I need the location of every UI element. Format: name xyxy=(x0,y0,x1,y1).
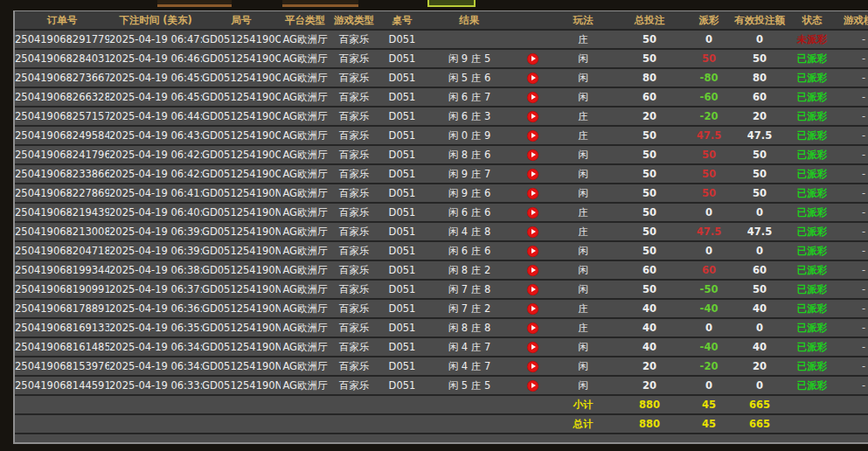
table-row: 2504190681993442025-04-19 06:38:27GD0512… xyxy=(15,261,868,281)
cell-total_bet: 50 xyxy=(615,127,684,146)
cell-game_mode: - xyxy=(838,319,868,338)
cell-valid_bet: 47.5 xyxy=(733,223,786,242)
cell-round_no: GD051254190NW xyxy=(202,242,281,261)
replay-play-icon[interactable] xyxy=(527,284,538,295)
cell-table_no: D051 xyxy=(378,31,426,50)
cell-game_type: 百家乐 xyxy=(330,50,378,69)
replay-play-icon[interactable] xyxy=(527,303,538,315)
cell-order_no: 250419068291779 xyxy=(15,31,109,50)
cell-round_no: GD051254190NQ xyxy=(202,357,281,377)
cell-game_type: 百家乐 xyxy=(330,261,378,281)
col-header-total_bet: 总投注 xyxy=(615,11,684,31)
cell-play: 闲 xyxy=(552,338,615,357)
empty-row xyxy=(15,434,868,442)
replay-play-icon[interactable] xyxy=(527,73,538,84)
replay-play-icon[interactable] xyxy=(527,111,538,122)
cell-platform: AG欧洲厅 xyxy=(281,31,330,50)
cell-bet_time: 2025-04-19 06:42:00 xyxy=(109,165,202,184)
cell-round_no: GD051254190O3 xyxy=(202,108,281,127)
cell-replay xyxy=(513,31,552,50)
replay-play-icon[interactable] xyxy=(527,246,538,257)
replay-play-icon[interactable] xyxy=(527,207,538,219)
replay-play-icon[interactable] xyxy=(527,265,538,276)
cell-bet_time: 2025-04-19 06:45:01 xyxy=(109,88,202,108)
replay-play-icon[interactable] xyxy=(527,188,538,199)
subtotal-row-valid_bet: 665 xyxy=(733,396,786,415)
cell-bet_time: 2025-04-19 06:34:43 xyxy=(109,338,202,357)
replay-play-icon[interactable] xyxy=(527,149,538,161)
cell-result: 闲 6 庄 6 xyxy=(426,242,513,261)
cell-round_no: GD051254190NY xyxy=(202,204,281,223)
cell-replay xyxy=(513,127,552,146)
grand-total-row-status xyxy=(786,415,838,434)
cell-replay xyxy=(513,281,552,300)
col-header-platform: 平台类型 xyxy=(281,11,330,31)
cell-table_no: D051 xyxy=(378,281,426,300)
subtotal-row-round_no xyxy=(202,396,281,415)
cell-platform: AG欧洲厅 xyxy=(281,300,330,319)
subtotal-row-payout: 45 xyxy=(684,396,733,415)
cell-replay xyxy=(513,184,552,204)
records-grid: 订单号下注时间 (美东)局号平台类型游戏类型桌号结果玩法总投注派彩有效投注额状态… xyxy=(15,11,868,442)
cell-platform: AG欧洲厅 xyxy=(281,127,330,146)
cell-replay xyxy=(513,223,552,242)
cell-bet_time: 2025-04-19 06:46:39 xyxy=(109,50,202,69)
cell-game_mode: - xyxy=(838,223,868,242)
cell-bet_time: 2025-04-19 06:40:32 xyxy=(109,204,202,223)
replay-play-icon[interactable] xyxy=(527,92,538,103)
cell-result: 闲 7 庄 8 xyxy=(426,281,513,300)
cell-round_no: GD051254190O0 xyxy=(202,165,281,184)
cell-replay xyxy=(513,50,552,69)
table-row: 2504190682840312025-04-19 06:46:39GD0512… xyxy=(15,50,868,69)
cell-status: 已派彩 xyxy=(786,146,838,165)
cell-payout: 50 xyxy=(684,165,733,184)
replay-play-icon[interactable] xyxy=(527,169,538,180)
cell-order_no: 250419068178891 xyxy=(15,300,109,319)
cell-play: 闲 xyxy=(552,165,615,184)
cell-result: 闲 9 庄 7 xyxy=(426,165,513,184)
table-row: 2504190682917792025-04-19 06:47:23GD0512… xyxy=(15,31,868,50)
cell-bet_time: 2025-04-19 06:39:07 xyxy=(109,242,202,261)
cell-game_type: 百家乐 xyxy=(330,300,378,319)
cell-round_no: GD051254190NR xyxy=(202,338,281,357)
grand-total-row-replay xyxy=(513,415,552,434)
green-action-button[interactable] xyxy=(427,0,476,7)
replay-play-icon[interactable] xyxy=(527,130,538,142)
subtotal-row-game_type xyxy=(330,396,378,415)
cell-game_mode: - xyxy=(838,50,868,69)
cell-replay xyxy=(513,319,552,338)
grand-total-row-bet_time xyxy=(109,415,202,434)
replay-play-icon[interactable] xyxy=(527,53,538,65)
replay-play-icon[interactable] xyxy=(527,380,538,392)
cell-total_bet: 20 xyxy=(615,377,684,396)
cell-replay xyxy=(513,69,552,88)
replay-play-icon[interactable] xyxy=(527,226,538,238)
cell-bet_time: 2025-04-19 06:36:24 xyxy=(109,300,202,319)
cell-table_no: D051 xyxy=(378,69,426,88)
col-header-round_no: 局号 xyxy=(202,11,281,31)
table-row: 2504190682736672025-04-19 06:45:44GD0512… xyxy=(15,69,868,88)
replay-play-icon[interactable] xyxy=(527,323,538,334)
cell-result: 闲 4 庄 7 xyxy=(426,357,513,377)
cell-bet_time: 2025-04-19 06:43:30 xyxy=(109,127,202,146)
cell-table_no: D051 xyxy=(378,319,426,338)
cell-game_type: 百家乐 xyxy=(330,165,378,184)
replay-play-icon[interactable] xyxy=(527,361,538,372)
cell-valid_bet: 40 xyxy=(733,338,786,357)
cell-valid_bet: 50 xyxy=(733,281,786,300)
replay-play-icon[interactable] xyxy=(527,342,538,353)
table-row: 2504190682338662025-04-19 06:42:00GD0512… xyxy=(15,165,868,184)
cell-platform: AG欧洲厅 xyxy=(281,261,330,281)
cell-replay xyxy=(513,377,552,396)
cell-game_type: 百家乐 xyxy=(330,31,378,50)
brown-tab-2[interactable] xyxy=(282,0,358,7)
cell-round_no: GD051254190O4 xyxy=(202,88,281,108)
cell-order_no: 250419068284031 xyxy=(15,50,109,69)
cell-order_no: 250419068161485 xyxy=(15,338,109,357)
cell-platform: AG欧洲厅 xyxy=(281,242,330,261)
table-row: 2504190682417962025-04-19 06:42:47GD0512… xyxy=(15,146,868,165)
brown-tab-1[interactable] xyxy=(157,0,232,7)
cell-table_no: D051 xyxy=(378,165,426,184)
cell-payout: 0 xyxy=(684,204,733,223)
cell-table_no: D051 xyxy=(378,204,426,223)
